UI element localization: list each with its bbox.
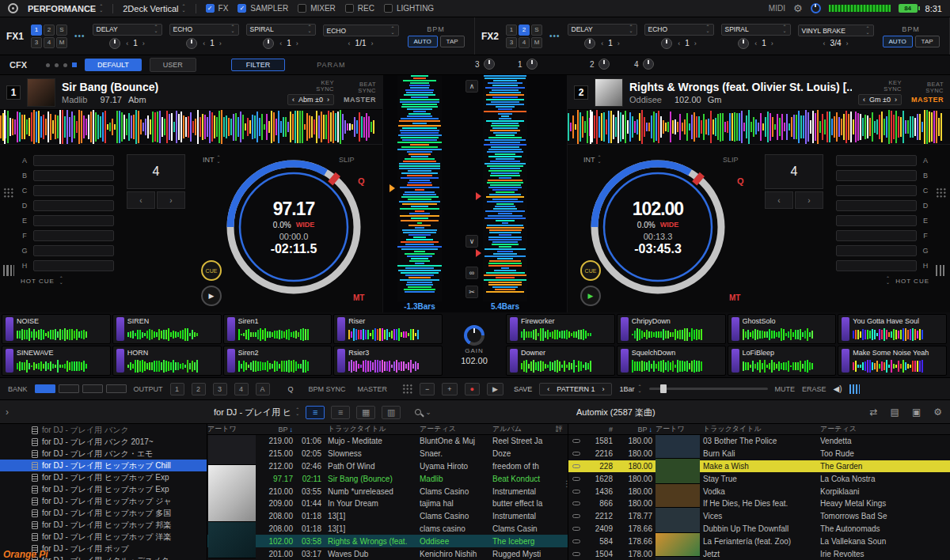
list-view-icon[interactable]: ≡ (306, 406, 325, 419)
scissors-icon[interactable]: ✂ (466, 286, 478, 298)
panel-toggle[interactable]: ✓ MIXER (298, 4, 336, 13)
save-icon[interactable]: ▣ (912, 407, 921, 418)
hot-cue-slot[interactable] (33, 245, 114, 256)
cfx-bank-dots[interactable] (46, 62, 77, 67)
track-row[interactable]: 212.00 02:46 Path Of Wind Uyama Hiroto f… (207, 460, 568, 473)
fx-level-knob[interactable] (109, 38, 120, 49)
level-bars-icon[interactable] (849, 384, 860, 394)
split-view-icon[interactable]: ▥ (382, 406, 401, 419)
hot-cue-slot[interactable] (836, 260, 917, 271)
deck1-master-button[interactable]: MASTER (344, 96, 376, 104)
sampler-slot[interactable]: Make Some Noise Yeah (838, 346, 947, 376)
master-label[interactable]: MASTER (358, 385, 388, 393)
bank-slot[interactable] (82, 384, 103, 393)
sampler-slot[interactable]: HORN (112, 346, 222, 376)
automix-track-row[interactable]: 1581 180.00 03 Bother The Police Vendett… (568, 435, 950, 448)
fx1-release-beats[interactable]: ‹1/1› (348, 39, 374, 47)
hot-cue-slot[interactable] (33, 260, 114, 271)
automix-title[interactable]: Automix (2587 楽曲) (576, 407, 656, 418)
fx-assign-pad[interactable]: 3 (506, 37, 517, 48)
fx-effect-select[interactable]: SPIRAL ⌃⌄ (721, 24, 791, 36)
fx-assign-pad[interactable]: 2 (519, 25, 530, 36)
output-button[interactable]: 2 (192, 383, 206, 395)
bar-length-selector[interactable]: 1Bar ⌃⌄ (619, 385, 641, 393)
fx-effect-select[interactable]: SPIRAL ⌃⌄ (246, 24, 316, 36)
automix-track-row[interactable]: 2216 180.00 Burn Kali Too Rude (568, 448, 950, 460)
fx-assign-pad[interactable]: 1 (506, 25, 517, 36)
fx1-release-select[interactable]: ECHO ⌃⌄ (323, 25, 399, 36)
fader-panel-icon[interactable] (3, 265, 14, 276)
beat-jump-back-button[interactable]: ‹ (765, 191, 793, 209)
sampler-slot[interactable]: Siren1 (223, 314, 332, 344)
fx-effect-select[interactable]: ECHO ⌃⌄ (644, 24, 714, 36)
fx-assign-pad[interactable]: 4 (44, 37, 55, 48)
sampler-slot[interactable]: Siren2 (223, 346, 332, 376)
beat-jump-back-button[interactable]: ‹ (127, 191, 155, 209)
fx-effect-select[interactable]: ECHO ⌃⌄ (169, 24, 239, 36)
fx-beats-stepper[interactable]: ‹1› (203, 39, 222, 47)
column-title[interactable]: トラックタイトル (701, 424, 820, 434)
pad-mode-icon[interactable] (936, 187, 947, 199)
track-row[interactable]: 102.00 03:58 Rights & Wrongs (feat. Oddi… (207, 535, 568, 547)
fx-assign-pad[interactable]: 1 (31, 25, 42, 36)
deck2-key-sync[interactable]: ‹Gm ±0› (858, 94, 902, 105)
panel-resize-handle[interactable]: ⋮ (563, 479, 571, 488)
fader-panel-icon[interactable] (936, 265, 947, 276)
track-row[interactable]: 201.00 03:17 Waves Dub Kenichiro Nishih … (207, 547, 568, 560)
deck2-waveform[interactable] (568, 110, 950, 145)
fx-beats-stepper[interactable]: ‹1› (601, 39, 620, 47)
playlist-tree-item[interactable]: for DJ - プレイ用 バンク・エモ (0, 448, 207, 460)
bank-slot[interactable] (35, 384, 55, 393)
fx-beats-stepper[interactable]: ‹1› (678, 39, 697, 47)
deck2-mt-button[interactable]: MT (729, 293, 740, 302)
panel-toggle[interactable]: ✓ SAMPLER (238, 4, 288, 13)
save-button[interactable]: SAVE (514, 385, 532, 393)
zoom-out-button[interactable]: − (420, 383, 435, 395)
sequencer-play-button[interactable]: ▶ (487, 383, 504, 395)
column-number[interactable]: # (584, 426, 616, 433)
deck2-quantize-button[interactable]: Q (737, 176, 744, 186)
cfx-user-button[interactable]: USER (150, 58, 196, 72)
playlist-title-selector[interactable]: for DJ - プレイ用 ヒ ⌃⌄ (214, 407, 299, 418)
beat-jump-forward-button[interactable]: › (157, 191, 185, 209)
fx2-options-icon[interactable]: ••• (549, 32, 560, 40)
add-page-icon[interactable]: ▤ (891, 407, 899, 418)
hot-cue-slot[interactable] (33, 230, 114, 241)
fx-assign-pad[interactable]: M (56, 37, 67, 48)
master-volume-knob[interactable] (811, 3, 821, 13)
fx-beats-stepper[interactable]: ‹1› (279, 39, 298, 47)
midi-label[interactable]: MIDI (769, 4, 785, 13)
fx2-release-select[interactable]: VINYL BRAKE ⌃⌄ (798, 25, 874, 36)
fx-assign-pad[interactable]: 2 (44, 25, 55, 36)
column-artist[interactable]: アーティス (420, 424, 492, 434)
column-bpm[interactable]: BP↓ (616, 426, 656, 433)
scroll-down-button[interactable]: ∨ (466, 235, 478, 248)
deck2-play-button[interactable]: ▶ (580, 286, 601, 306)
track-row[interactable]: 219.00 01:06 Mujo - Meditate BluntOne & … (207, 435, 568, 448)
track-row[interactable]: 208.00 01:18 13[1] Clams Casino Instrume… (207, 510, 568, 523)
fx2-auto-button[interactable]: AUTO (883, 36, 913, 47)
fx-effect-select[interactable]: DELAY ⌃⌄ (93, 24, 162, 36)
hot-cue-slot[interactable] (836, 230, 917, 241)
playlist-tree-item[interactable]: for DJ - プレイ用 ヒップホップ 多国 (0, 507, 207, 519)
column-rating[interactable]: 評 (556, 424, 568, 434)
search-control[interactable]: ⌄ (415, 408, 431, 416)
cfx-param-knob[interactable]: 3 (475, 59, 495, 70)
pattern-selector[interactable]: ‹PATTERN 1› (539, 383, 612, 395)
hot-cue-footer[interactable]: HOT CUE ⌃⌄ (836, 277, 929, 285)
fx-assign-pad[interactable]: S (56, 25, 67, 36)
track-row[interactable]: 208.00 01:18 13[1] clams casino Clams Ca… (207, 523, 568, 535)
bpm-sync-label[interactable]: BPM SYNC (309, 385, 346, 393)
fx-assign-pad[interactable]: 4 (519, 37, 530, 48)
automix-track-row[interactable]: 1628 180.00 Stay True La Coka Nostra (568, 472, 950, 485)
sampler-slot[interactable]: ChripyDown (617, 314, 726, 344)
sampler-gain-knob[interactable] (464, 325, 484, 346)
sampler-slot[interactable]: Riser (333, 314, 443, 344)
track-row[interactable]: 210.00 03:55 Numb *unreleased Clams Casi… (207, 485, 568, 498)
deck1-int-label[interactable]: INT ⌃⌄ (203, 156, 221, 164)
fx1-options-icon[interactable]: ••• (74, 32, 86, 40)
sampler-slot[interactable]: GhostSolo (728, 314, 837, 344)
fx-level-knob[interactable] (584, 38, 595, 49)
hot-cue-slot[interactable] (33, 200, 114, 211)
panel-toggle[interactable]: ✓ FX (206, 4, 229, 13)
